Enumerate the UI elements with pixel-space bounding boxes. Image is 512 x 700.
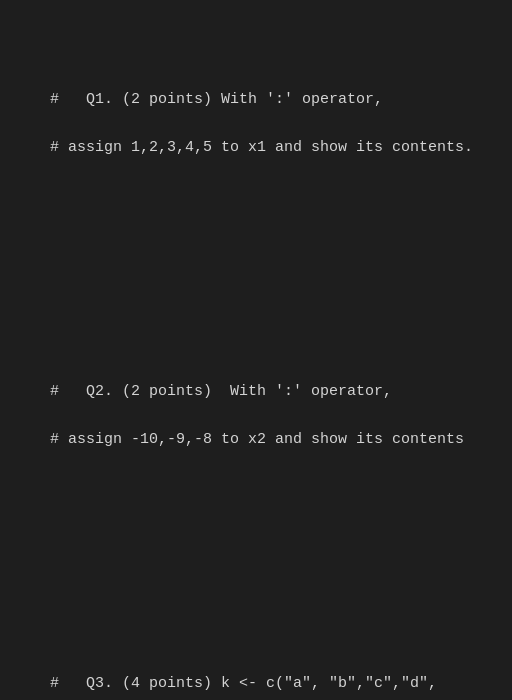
q2-line2: # assign -10,-9,-8 to x2 and show its co… xyxy=(50,431,464,448)
q2-section: # Q2. (2 points) With ':' operator, # as… xyxy=(14,356,498,476)
q3-section: # Q3. (4 points) k <- c("a", "b","c","d"… xyxy=(14,648,498,700)
q3-line1: # Q3. (4 points) k <- c("a", "b","c","d"… xyxy=(50,675,437,692)
code-content: # Q1. (2 points) With ':' operator, # as… xyxy=(0,0,512,700)
q2-line1: # Q2. (2 points) With ':' operator, xyxy=(50,383,392,400)
q1-line1: # Q1. (2 points) With ':' operator, xyxy=(50,91,383,108)
q1-line2: # assign 1,2,3,4,5 to x1 and show its co… xyxy=(50,139,473,156)
q1-section: # Q1. (2 points) With ':' operator, # as… xyxy=(14,64,498,184)
